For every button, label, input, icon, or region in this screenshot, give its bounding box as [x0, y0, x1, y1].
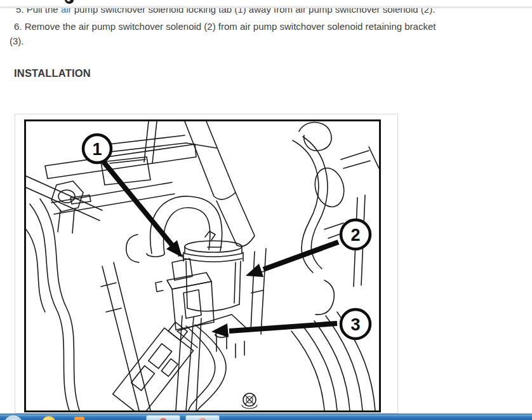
callout-1: 1	[83, 135, 111, 163]
callout-3: 3	[341, 309, 370, 339]
callout-2: 2	[341, 220, 370, 249]
callout-3-label: 3	[350, 315, 360, 334]
callout-arrow-3	[211, 323, 337, 337]
engine-line-art	[26, 121, 379, 410]
start-button[interactable]	[4, 416, 23, 420]
figure-frame: 1 2 3	[24, 119, 381, 412]
top-divider-line	[0, 6, 532, 8]
orange-app-icon[interactable]	[74, 417, 84, 420]
cut-off-text-descender	[64, 0, 74, 5]
air-pump-switchover-solenoid	[183, 231, 243, 311]
callout-2-label: 2	[350, 226, 360, 245]
callout-arrow-1	[102, 159, 182, 257]
step-6-line2: (3).	[10, 34, 436, 48]
figure-container: 1 2 3	[15, 114, 398, 414]
solenoid-locking-tab-connector	[156, 255, 214, 330]
callout-1-label: 1	[92, 140, 102, 159]
taskbar-app-button-1[interactable]	[146, 415, 180, 420]
gold-app-icon[interactable]	[42, 416, 56, 420]
taskbar-app-button-2[interactable]	[185, 415, 220, 420]
callout-arrow-2	[246, 242, 338, 277]
solenoid-retaining-bracket	[177, 315, 249, 358]
installation-heading: INSTALLATION	[14, 67, 91, 79]
top-clip-cover	[0, 0, 532, 6]
step-6-line1: 6. Remove the air pump switchover soleno…	[14, 21, 436, 32]
solenoid-diagram: 1 2 3	[26, 121, 379, 410]
step-6-text: 6. Remove the air pump switchover soleno…	[14, 19, 436, 48]
windows-taskbar	[0, 414, 532, 420]
